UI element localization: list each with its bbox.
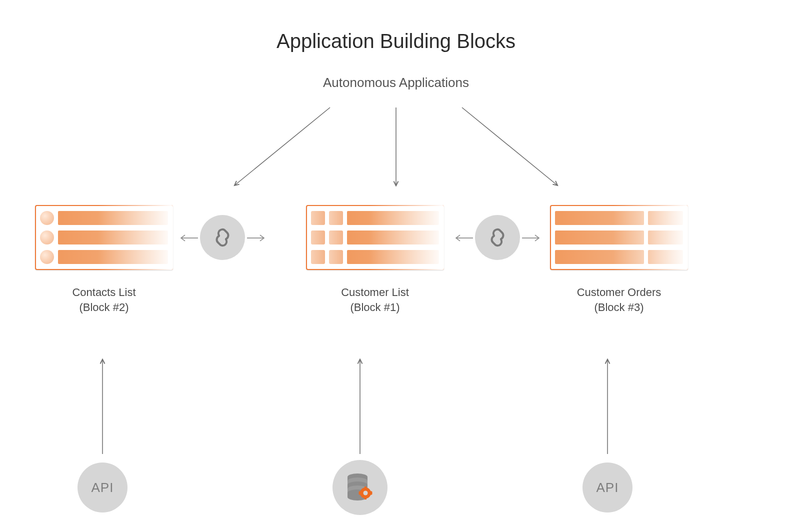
source-database — [332, 460, 388, 515]
block-label-customer-list: Customer List (Block #1) — [300, 285, 450, 314]
row-bar-short — [648, 211, 683, 225]
arrow-left-icon — [454, 233, 474, 243]
block-name: Customer List — [341, 286, 409, 298]
row-bar — [347, 211, 439, 225]
link-connector-right — [475, 215, 520, 260]
arrow-right-icon — [521, 233, 541, 243]
svg-rect-18 — [364, 497, 366, 500]
row-bar — [58, 250, 168, 264]
block-label-customer-orders: Customer Orders (Block #3) — [544, 285, 694, 314]
svg-point-25 — [364, 491, 368, 496]
block-name: Customer Orders — [577, 286, 662, 298]
block-contacts-list — [35, 205, 173, 270]
bullet-icon — [40, 230, 54, 244]
block-sub: (Block #1) — [350, 301, 400, 314]
source-api-left: API — [78, 462, 128, 512]
chain-link-icon — [210, 226, 234, 250]
database-gear-icon — [342, 470, 378, 505]
diagram-subtitle: Autonomous Applications — [0, 75, 792, 90]
bullet-icon — [40, 250, 54, 264]
arrow-right-icon — [246, 233, 266, 243]
cell-icon — [311, 211, 325, 225]
diagram-title: Application Building Blocks — [0, 30, 792, 52]
block-sub: (Block #2) — [79, 301, 128, 314]
cell-icon — [329, 250, 343, 264]
api-label: API — [92, 480, 114, 496]
row-bar — [347, 250, 439, 264]
row-bar — [555, 211, 644, 225]
row-bar — [555, 250, 644, 264]
svg-line-2 — [462, 108, 557, 185]
cell-icon — [329, 230, 343, 244]
cell-icon — [329, 211, 343, 225]
arrow-left-icon — [179, 233, 199, 243]
bullet-icon — [40, 211, 54, 225]
link-connector-left — [200, 215, 245, 260]
row-bar — [58, 230, 168, 244]
block-label-contacts: Contacts List (Block #2) — [29, 285, 179, 314]
chain-link-icon — [486, 226, 510, 250]
block-customer-list — [306, 205, 444, 270]
row-bar — [58, 211, 168, 225]
row-bar — [347, 230, 439, 244]
cell-icon — [311, 230, 325, 244]
svg-rect-17 — [364, 486, 366, 489]
cell-icon — [311, 250, 325, 264]
row-bar-short — [648, 230, 683, 244]
api-label: API — [596, 480, 619, 496]
block-sub: (Block #3) — [594, 301, 644, 314]
svg-line-0 — [235, 108, 330, 185]
block-name: Contacts List — [72, 286, 136, 298]
block-customer-orders — [550, 205, 688, 270]
row-bar — [555, 230, 644, 244]
row-bar-short — [648, 250, 683, 264]
source-api-right: API — [582, 462, 632, 512]
